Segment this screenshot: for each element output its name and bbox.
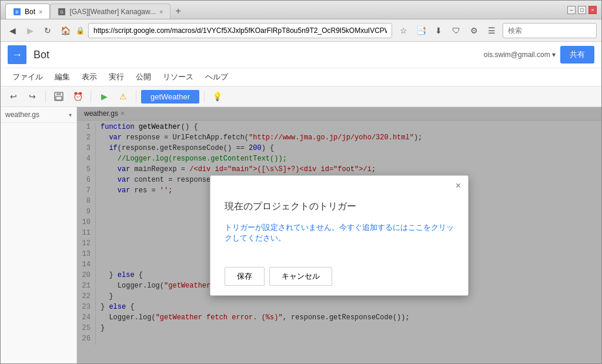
svg-rect-6: [56, 96, 62, 100]
browser-tabs: B Bot × G [GAS][Weather] Kanagaw... × +: [5, 1, 567, 19]
tab-close-gas[interactable]: ×: [159, 8, 163, 15]
menu-publish[interactable]: 公開: [131, 69, 156, 85]
modal-cancel-button[interactable]: キャンセル: [269, 267, 332, 286]
shield-icon[interactable]: 🛡: [449, 23, 464, 38]
menu-icon[interactable]: ☰: [484, 23, 499, 38]
menu-help[interactable]: ヘルプ: [200, 69, 233, 85]
svg-text:G: G: [61, 10, 63, 14]
trigger-modal: × 現在のプロジェクトのトリガー トリガーが設定されていません。今すぐ追加するに…: [210, 175, 469, 296]
menu-resources[interactable]: リソース: [158, 69, 198, 85]
modal-close-button[interactable]: ×: [456, 181, 461, 191]
redo-button[interactable]: ↪: [24, 89, 41, 104]
addressbar: ◀ ▶ ↻ 🏠 🔒 ☆ 📑 ⬇ 🛡 ⚙ ☰: [1, 19, 601, 42]
app-logo: →: [8, 45, 26, 64]
modal-title: 現在のプロジェクトのトリガー: [225, 201, 454, 213]
menu-view[interactable]: 表示: [77, 69, 102, 85]
debug-button[interactable]: ⚠: [115, 89, 131, 104]
file-name: weather.gs: [5, 111, 69, 119]
tab-label-bot: Bot: [25, 8, 35, 16]
save-button[interactable]: [51, 89, 67, 104]
close-button[interactable]: ×: [588, 6, 597, 14]
star-icon[interactable]: ☆: [396, 23, 411, 38]
toolbar-separator-2: [91, 91, 91, 102]
svg-text:B: B: [15, 9, 18, 15]
file-expand-icon[interactable]: ▾: [69, 112, 72, 118]
new-tab-button[interactable]: +: [170, 4, 185, 19]
window-controls: – □ ×: [567, 6, 597, 14]
tab-favicon-bot: B: [13, 8, 21, 16]
function-selector[interactable]: getWeather: [141, 90, 199, 103]
lock-icon: 🔒: [76, 26, 85, 35]
download-icon[interactable]: ⬇: [431, 23, 446, 38]
browser-toolbar-icons: ☆ 📑 ⬇ 🛡 ⚙ ☰: [396, 23, 499, 38]
app-title: Bot: [34, 49, 49, 61]
tab-label-gas: [GAS][Weather] Kanagaw...: [69, 8, 156, 16]
minimize-button[interactable]: –: [567, 6, 576, 14]
tab-favicon-gas: G: [58, 8, 66, 16]
menu-edit[interactable]: 編集: [50, 69, 75, 85]
file-header: weather.gs ▾: [1, 107, 76, 123]
svg-rect-5: [56, 92, 61, 95]
refresh-button[interactable]: ↻: [41, 24, 55, 38]
modal-header: ×: [210, 176, 468, 196]
menu-file[interactable]: ファイル: [8, 69, 48, 85]
maximize-button[interactable]: □: [578, 6, 586, 14]
user-email[interactable]: ois.swim@gmail.com ▾: [484, 51, 556, 59]
menu-bar: ファイル 編集 表示 実行 公開 リソース ヘルプ: [1, 68, 601, 86]
undo-button[interactable]: ↩: [5, 89, 22, 104]
app-toolbar: ↩ ↪ ⏰ ▶ ⚠ getWeather 💡: [1, 86, 601, 107]
run-button[interactable]: ▶: [96, 89, 112, 104]
extension-icon[interactable]: ⚙: [466, 23, 481, 38]
tab-gas[interactable]: G [GAS][Weather] Kanagaw... ×: [50, 4, 170, 19]
titlebar: B Bot × G [GAS][Weather] Kanagaw... × + …: [1, 1, 601, 19]
home-button[interactable]: 🏠: [58, 24, 72, 38]
toolbar-separator-1: [45, 91, 46, 102]
bookmark-icon[interactable]: 📑: [413, 23, 429, 38]
modal-footer: 保存 キャンセル: [210, 267, 468, 295]
modal-body: 現在のプロジェクトのトリガー トリガーが設定されていません。今すぐ追加するにはこ…: [210, 196, 468, 267]
search-input[interactable]: [503, 23, 597, 38]
menu-run[interactable]: 実行: [104, 69, 129, 85]
app-title-bar: → Bot ois.swim@gmail.com ▾ 共有: [1, 42, 601, 68]
hint-button[interactable]: 💡: [209, 89, 226, 104]
toolbar-separator-3: [136, 91, 136, 102]
app-header: → Bot ois.swim@gmail.com ▾ 共有 ファイル 編集 表示…: [1, 42, 601, 86]
trigger-button[interactable]: ⏰: [69, 89, 86, 104]
back-button[interactable]: ◀: [5, 24, 19, 38]
main-content: weather.gs ▾ weather.gs × 1 function get…: [1, 107, 601, 363]
share-button[interactable]: 共有: [560, 46, 594, 64]
modal-overlay: × 現在のプロジェクトのトリガー トリガーが設定されていません。今すぐ追加するに…: [77, 107, 601, 363]
user-info: ois.swim@gmail.com ▾ 共有: [484, 46, 594, 64]
tab-bot[interactable]: B Bot ×: [5, 4, 50, 19]
code-editor[interactable]: weather.gs × 1 function getWeather() { 2…: [77, 107, 601, 363]
forward-button[interactable]: ▶: [23, 24, 37, 38]
modal-save-button[interactable]: 保存: [225, 267, 265, 286]
modal-add-trigger-link[interactable]: トリガーが設定されていません。今すぐ追加するにはここをクリックしてください。: [225, 222, 454, 243]
url-input[interactable]: [88, 23, 392, 38]
file-panel: weather.gs ▾: [1, 107, 77, 363]
tab-close-bot[interactable]: ×: [39, 8, 42, 15]
toolbar-separator-4: [204, 91, 205, 102]
